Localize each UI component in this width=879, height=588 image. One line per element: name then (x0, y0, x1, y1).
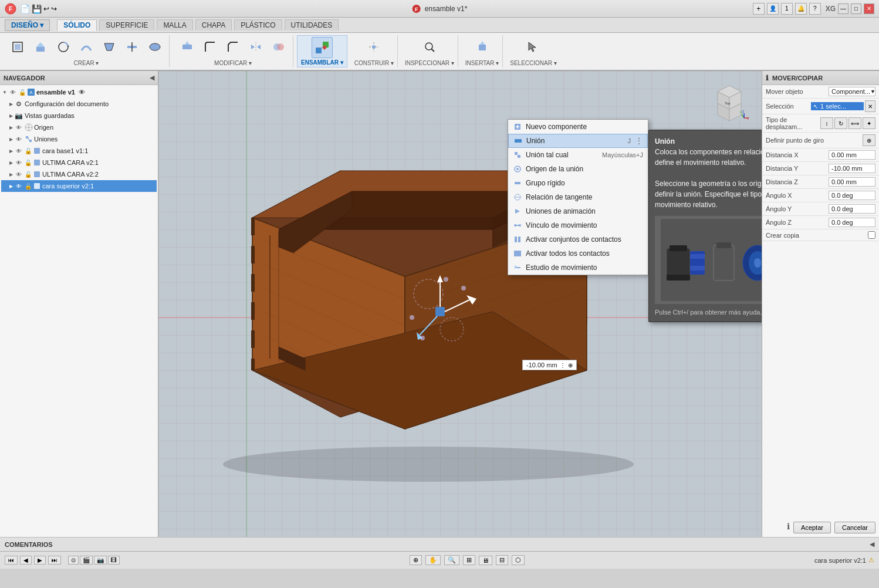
nav-item-config[interactable]: ▶ ⚙ Configuración del documento (1, 98, 157, 110)
timeline-btn-1[interactable]: ⊙ (68, 556, 79, 565)
minimize-btn[interactable]: — (838, 4, 848, 14)
account-btn[interactable]: 👤 (767, 3, 779, 15)
construir-btn[interactable] (363, 36, 384, 58)
undo-btn[interactable]: ↩ (43, 5, 49, 13)
info-btn[interactable]: ℹ (787, 522, 790, 533)
distance-x-input[interactable] (829, 150, 875, 160)
angle-x-input[interactable] (829, 191, 875, 200)
notification-btn[interactable]: 🔔 (795, 3, 807, 15)
nav-item-part-1[interactable]: ▶ 👁 🔓 ULTIMA CARA v2:1 (1, 157, 157, 168)
close-btn[interactable]: ✕ (864, 4, 874, 14)
dd-grupo-rigido[interactable]: Grupo rígido (508, 176, 648, 190)
nav-item-part-2[interactable]: ▶ 👁 🔓 ULTIMA CARA v2:2 (1, 168, 157, 180)
dd-vinculo-movimiento[interactable]: Vínculo de movimiento (508, 218, 648, 232)
viewport-3d[interactable]: Front face (158, 71, 762, 537)
display-mode-btn[interactable]: 🖥 (479, 556, 492, 565)
ensamblar-label[interactable]: ENSAMBLAR ▾ (301, 59, 343, 66)
loft-btn[interactable] (99, 36, 120, 58)
nav-play-btn[interactable]: ▶ (34, 556, 46, 565)
disp-move-btn[interactable]: ↕ (820, 117, 833, 129)
construir-label[interactable]: CONSTRUIR ▾ (354, 60, 394, 66)
angle-y-input[interactable] (829, 204, 875, 214)
save-btn[interactable]: 💾 (32, 4, 42, 13)
nav-first-btn[interactable]: ⏮ (5, 556, 18, 565)
inspect-btn[interactable] (419, 36, 440, 58)
new-btn[interactable]: 📄 (20, 4, 30, 13)
nav-item-part-3[interactable]: ▶ 👁 🔓 cara superior v2:1 (1, 180, 157, 192)
view-cube[interactable]: Top X G Z (709, 83, 750, 124)
visibility-origin-icon[interactable]: 👁 (14, 123, 23, 132)
move-object-value[interactable]: Component... ▼ (829, 87, 875, 96)
nav-item-views[interactable]: ▶ 📷 Vistas guardadas (1, 110, 157, 121)
distance-z-input[interactable] (829, 177, 875, 187)
visibility-part3-icon[interactable]: 👁 (14, 181, 23, 191)
rotate-btn[interactable] (53, 36, 74, 58)
measurement-expand-btn[interactable]: ⊕ (568, 362, 573, 369)
assemble-btn[interactable] (312, 37, 333, 58)
inspeccionar-label[interactable]: INSPECCIONAR ▾ (405, 60, 454, 66)
design-dropdown-btn[interactable]: DISEÑO ▾ (5, 19, 50, 31)
disp-scale-btn[interactable]: ⟺ (848, 117, 861, 129)
visibility-part2-icon[interactable]: 👁 (14, 170, 23, 179)
comments-collapse-btn[interactable]: ◀ (870, 540, 874, 548)
grid-toggle-btn[interactable]: ⊟ (496, 555, 508, 565)
crear-copia-checkbox[interactable] (868, 231, 875, 239)
visibility-joints-icon[interactable]: 👁 (14, 134, 23, 144)
timeline-btn-3[interactable]: 📷 (94, 556, 107, 565)
distance-y-input[interactable] (829, 164, 875, 173)
dd-animacion[interactable]: Uniones de animación (508, 204, 648, 218)
seleccionar-label[interactable]: SELECCIONAR ▾ (510, 60, 556, 66)
cancel-btn[interactable]: Cancelar (834, 522, 875, 533)
maximize-btn[interactable]: □ (851, 4, 861, 14)
tab-plastico[interactable]: PLÁSTICO (234, 19, 282, 31)
dd-nuevo-componente[interactable]: Nuevo componente (508, 120, 648, 134)
visibility-icon[interactable]: 👁 (8, 87, 18, 97)
tab-chapa[interactable]: CHAPA (195, 19, 232, 31)
dd-union-tal-cual[interactable]: Unión tal cual Mayúsculas+J (508, 148, 648, 162)
redo-btn[interactable]: ↪ (51, 5, 57, 13)
accept-btn[interactable]: Aceptar (793, 522, 831, 533)
insertar-label[interactable]: INSERTAR ▾ (465, 60, 499, 66)
new-body-btn[interactable] (7, 36, 28, 58)
push-pull-btn[interactable] (177, 36, 198, 58)
rib-btn[interactable] (121, 36, 143, 58)
disp-free-btn[interactable]: ✦ (863, 117, 875, 129)
pivot-btn[interactable]: ⊕ (863, 134, 875, 146)
tab-solido[interactable]: SÓLIDO (57, 19, 97, 31)
nav-prev-btn[interactable]: ◀ (20, 556, 32, 565)
add-tab-btn[interactable]: + (753, 3, 765, 15)
select-btn[interactable] (523, 36, 544, 58)
tab-superficie[interactable]: SUPERFICIE (99, 19, 154, 31)
chamfer-btn[interactable] (222, 36, 244, 58)
sweep-btn[interactable] (76, 36, 97, 58)
dd-tangente[interactable]: Relación de tangente (508, 190, 648, 204)
tab-utilidades[interactable]: UTILIDADES (285, 19, 339, 31)
zoom-fit-btn[interactable]: ⊞ (463, 555, 475, 565)
combine-btn[interactable] (268, 36, 289, 58)
zoom-btn[interactable]: 🔍 (444, 555, 459, 565)
mirror-btn[interactable] (245, 36, 266, 58)
orbit-btn[interactable]: ⊕ (410, 555, 422, 565)
user-count-btn[interactable]: 1 (781, 3, 793, 15)
measurement-options-btn[interactable]: ⋮ (560, 362, 566, 369)
view-settings-btn[interactable]: ⬡ (512, 555, 525, 565)
nav-item-origin[interactable]: ▶ 👁 Origen (1, 121, 157, 133)
dd-todos-contactos[interactable]: Activar todos los contactos (508, 246, 648, 261)
angle-z-input[interactable] (829, 218, 875, 227)
dd-estudio-movimiento[interactable]: Estudio de movimiento (508, 261, 648, 275)
dd-union[interactable]: Unión J ⋮ (508, 134, 648, 148)
selection-value[interactable]: ↖ 1 selec... (811, 102, 864, 110)
dd-origen-union[interactable]: Origen de la unión (508, 162, 648, 176)
nav-item-joints[interactable]: ▶ 👁 Uniones (1, 133, 157, 145)
visibility-part0-icon[interactable]: 👁 (14, 146, 23, 156)
insert-btn[interactable] (472, 36, 493, 58)
selection-clear-btn[interactable]: ✕ (865, 100, 875, 112)
dd-conjuntos-contactos[interactable]: Activar conjuntos de contactos (508, 232, 648, 246)
form-btn[interactable] (144, 36, 165, 58)
extrude-btn[interactable] (30, 36, 51, 58)
help-btn[interactable]: ? (809, 3, 821, 15)
disp-rotate-btn[interactable]: ↻ (834, 117, 847, 129)
nav-item-assembly[interactable]: ▼ 👁 🔓 A ensamble v1 👁 (1, 86, 157, 98)
fillet-btn[interactable] (200, 36, 221, 58)
navigator-collapse-btn[interactable]: ◀ (150, 74, 154, 82)
